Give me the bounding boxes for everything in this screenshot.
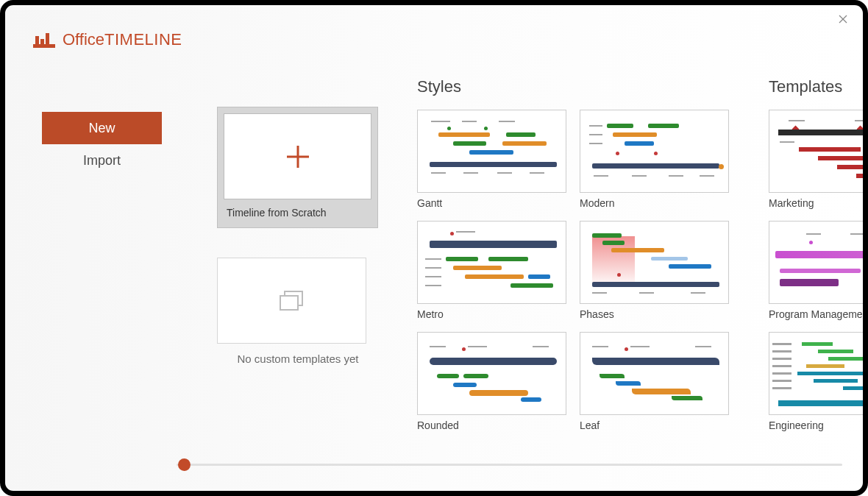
brand-timeline: TIMELINE (104, 30, 182, 49)
svg-rect-9 (280, 296, 298, 310)
style-label-leaf: Leaf (580, 419, 729, 431)
style-card-phases[interactable]: Phases (580, 221, 729, 323)
left-column: Timeline from Scratch No custom template… (217, 107, 379, 365)
templates-grid: Marketing Program Management (769, 110, 863, 434)
template-card-engineering[interactable]: Engineering (769, 332, 863, 434)
style-label-gantt: Gantt (417, 197, 566, 209)
timeline-from-scratch-card[interactable]: Timeline from Scratch (217, 107, 378, 228)
style-thumb-gantt (417, 110, 566, 193)
no-custom-templates-tile: No custom templates yet (217, 258, 379, 365)
style-card-gantt[interactable]: Gantt (417, 110, 566, 212)
svg-rect-4 (40, 39, 44, 44)
style-label-modern: Modern (580, 197, 729, 209)
style-label-phases: Phases (580, 308, 729, 320)
nav-new[interactable]: New (42, 112, 162, 144)
brand-office: Office (63, 30, 104, 49)
style-card-modern[interactable]: Modern (580, 110, 729, 212)
progress-handle[interactable] (178, 458, 191, 471)
style-thumb-modern (580, 110, 729, 193)
template-label-program-management: Program Management (769, 308, 863, 320)
svg-rect-5 (46, 33, 49, 44)
style-card-rounded[interactable]: Rounded (417, 332, 566, 434)
styles-grid: Gantt (417, 110, 741, 434)
styles-section: Styles (417, 77, 741, 434)
page-progress[interactable] (177, 458, 842, 470)
style-label-rounded: Rounded (417, 419, 566, 431)
empty-thumb (217, 258, 366, 344)
style-thumb-metro (417, 221, 566, 304)
styles-title: Styles (417, 77, 741, 96)
style-thumb-leaf (580, 332, 729, 415)
scratch-thumb (224, 113, 371, 199)
plus-icon (285, 144, 311, 170)
style-card-metro[interactable]: Metro (417, 221, 566, 323)
brand-text: OfficeTIMELINE (63, 30, 182, 49)
style-label-metro: Metro (417, 308, 566, 320)
svg-rect-2 (33, 44, 55, 48)
progress-track (177, 464, 842, 466)
stacked-rect-icon (277, 288, 307, 313)
style-thumb-rounded (417, 332, 566, 415)
close-icon (839, 15, 847, 24)
templates-title: Templates (769, 77, 863, 96)
template-thumb-engineering (769, 332, 863, 415)
style-card-leaf[interactable]: Leaf (580, 332, 729, 434)
scratch-caption: Timeline from Scratch (224, 199, 371, 219)
office-timeline-window: OfficeTIMELINE New Import Timeline from … (0, 0, 868, 496)
svg-rect-3 (35, 36, 39, 44)
content-area: Timeline from Scratch No custom template… (217, 77, 863, 447)
template-card-program-management[interactable]: Program Management (769, 221, 863, 323)
template-label-marketing: Marketing (769, 197, 863, 209)
templates-section: Templates Marketing (769, 77, 863, 434)
template-thumb-marketing (769, 110, 863, 193)
sidebar: New Import (42, 112, 162, 177)
template-card-marketing[interactable]: Marketing (769, 110, 863, 212)
template-thumb-program-management (769, 221, 863, 304)
empty-caption: No custom templates yet (217, 352, 379, 365)
nav-import[interactable]: Import (42, 144, 162, 177)
brand-logo: OfficeTIMELINE (33, 30, 182, 49)
logo-icon (33, 31, 55, 49)
style-thumb-phases (580, 221, 729, 304)
template-label-engineering: Engineering (769, 419, 863, 431)
close-button[interactable] (836, 14, 850, 27)
